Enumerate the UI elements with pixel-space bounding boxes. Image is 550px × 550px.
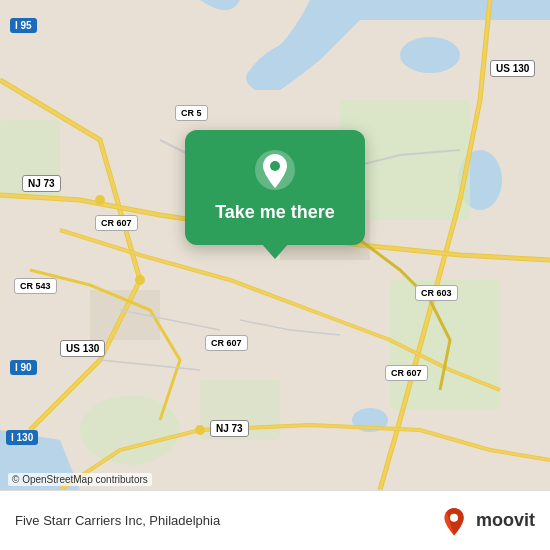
badge-cr607-right: CR 607	[385, 365, 428, 381]
badge-us130-right: US 130	[490, 60, 535, 77]
badge-cr607-mid: CR 607	[205, 335, 248, 351]
map-container: I 95 NJ 73 CR 543 US 130 I 90 I 130 NJ 7…	[0, 0, 550, 490]
svg-point-17	[450, 513, 458, 521]
moovit-text: moovit	[476, 510, 535, 531]
bottom-bar: Five Starr Carriers Inc, Philadelphia mo…	[0, 490, 550, 550]
badge-us130-left: US 130	[60, 340, 105, 357]
badge-nj73-bottom: NJ 73	[210, 420, 249, 437]
svg-point-13	[195, 425, 205, 435]
badge-cr5: CR 5	[175, 105, 208, 121]
take-me-there-label: Take me there	[215, 202, 335, 223]
badge-i95: I 95	[10, 18, 37, 33]
svg-point-11	[95, 195, 105, 205]
badge-cr543: CR 543	[14, 278, 57, 294]
svg-point-1	[400, 37, 460, 73]
svg-point-12	[135, 275, 145, 285]
badge-i130: I 130	[6, 430, 38, 445]
moovit-icon	[438, 505, 470, 537]
badge-cr607-left: CR 607	[95, 215, 138, 231]
moovit-logo: moovit	[438, 505, 535, 537]
location-name: Five Starr Carriers Inc, Philadelphia	[15, 513, 438, 528]
badge-cr603: CR 603	[415, 285, 458, 301]
badge-i90: I 90	[10, 360, 37, 375]
take-me-there-popup[interactable]: Take me there	[185, 130, 365, 245]
map-attribution: © OpenStreetMap contributors	[8, 473, 152, 486]
svg-point-15	[270, 161, 280, 171]
badge-nj73-top: NJ 73	[22, 175, 61, 192]
location-pin-icon	[253, 148, 297, 192]
